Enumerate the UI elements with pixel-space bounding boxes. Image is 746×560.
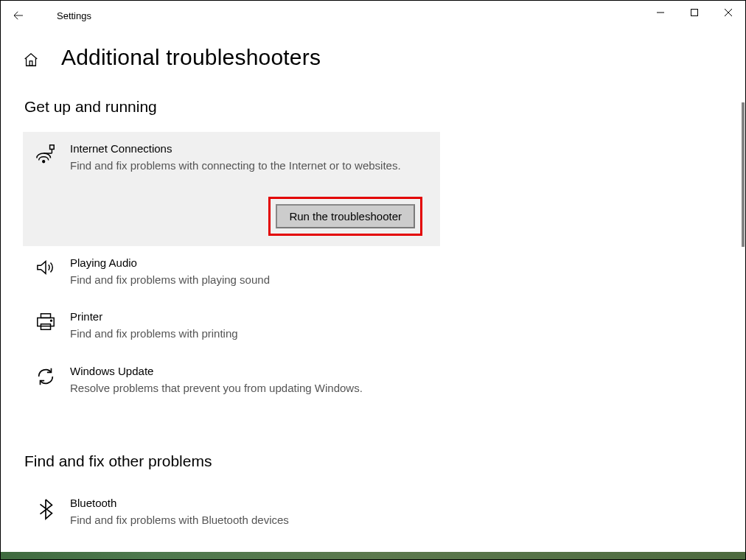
- page-title: Additional troubleshooters: [61, 45, 321, 70]
- maximize-button[interactable]: [677, 1, 711, 24]
- run-troubleshooter-button[interactable]: Run the troubleshooter: [276, 204, 415, 228]
- content: Additional troubleshooters Get up and ru…: [23, 45, 745, 559]
- titlebar: Settings: [1, 1, 745, 30]
- minimize-button[interactable]: [644, 1, 677, 24]
- window-controls: [644, 1, 745, 24]
- back-button[interactable]: [1, 1, 36, 30]
- troubleshooter-bluetooth[interactable]: Bluetooth Find and fix problems with Blu…: [23, 486, 440, 541]
- item-name: Windows Update: [70, 365, 427, 377]
- page-header: Additional troubleshooters: [23, 45, 745, 70]
- item-desc: Resolve problems that prevent you from u…: [70, 380, 427, 397]
- svg-rect-6: [50, 145, 55, 150]
- internet-icon: [33, 142, 58, 175]
- troubleshooter-printer[interactable]: Printer Find and fix problems with print…: [23, 300, 440, 354]
- svg-rect-2: [691, 10, 698, 16]
- item-name: Internet Connections: [70, 142, 427, 155]
- troubleshooter-internet-connections[interactable]: Internet Connections Find and fix proble…: [23, 132, 440, 246]
- home-icon[interactable]: [23, 52, 39, 68]
- svg-rect-5: [29, 61, 32, 66]
- audio-icon: [33, 256, 58, 289]
- close-button[interactable]: [711, 1, 745, 24]
- troubleshooter-playing-audio[interactable]: Playing Audio Find and fix problems with…: [23, 246, 440, 301]
- svg-rect-10: [41, 314, 50, 318]
- printer-icon: [33, 310, 58, 343]
- item-name: Bluetooth: [70, 497, 427, 509]
- item-desc: Find and fix problems with Bluetooth dev…: [70, 512, 427, 529]
- troubleshooter-windows-update[interactable]: Windows Update Resolve problems that pre…: [23, 354, 440, 409]
- svg-point-13: [51, 320, 52, 321]
- section-heading-other: Find and fix other problems: [24, 452, 745, 470]
- highlight-box: Run the troubleshooter: [268, 197, 422, 236]
- bluetooth-icon: [33, 497, 58, 529]
- window-title: Settings: [57, 10, 91, 21]
- update-icon: [33, 365, 58, 397]
- desktop-edge: [1, 552, 745, 559]
- item-name: Playing Audio: [70, 256, 427, 269]
- item-desc: Find and fix problems with connecting to…: [70, 158, 427, 175]
- svg-rect-11: [38, 318, 54, 326]
- item-desc: Find and fix problems with playing sound: [70, 272, 427, 289]
- item-desc: Find and fix problems with printing: [70, 326, 427, 343]
- section-heading-running: Get up and running: [24, 98, 745, 116]
- svg-point-9: [43, 161, 45, 163]
- item-name: Printer: [70, 310, 427, 323]
- svg-rect-12: [41, 324, 50, 329]
